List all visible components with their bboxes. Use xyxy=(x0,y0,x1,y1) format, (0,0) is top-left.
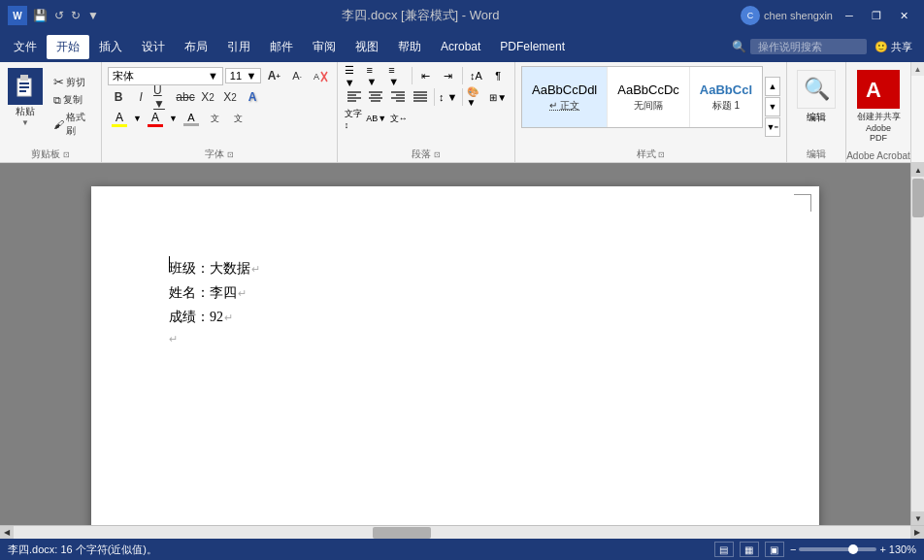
menu-layout[interactable]: 布局 xyxy=(175,35,217,59)
multilevel-list-button[interactable]: ≡ ▼ xyxy=(387,66,409,85)
italic-button[interactable]: I xyxy=(130,87,151,107)
font-color-button[interactable]: A xyxy=(144,111,167,127)
font-name-dropdown[interactable]: 宋体 ▼ xyxy=(108,67,223,85)
paste-dropdown[interactable]: ▼ xyxy=(21,118,29,127)
column-select-button[interactable]: AB▼ xyxy=(366,109,387,128)
style-no-space[interactable]: AaBbCcDc 无间隔 xyxy=(608,67,690,127)
scroll-down-button[interactable]: ▼ xyxy=(911,511,924,525)
show-marks-button[interactable]: ¶ xyxy=(487,66,509,85)
subscript-button[interactable]: X2 xyxy=(197,87,218,107)
bullet-list-button[interactable]: ☰ ▼ xyxy=(344,66,365,85)
create-pdf-button[interactable]: A 创建并共享Adobe PDF xyxy=(852,66,905,147)
quick-access-dropdown[interactable]: ▼ xyxy=(85,7,101,24)
title-bar: W 💾 ↺ ↻ ▼ 李四.docx [兼容模式] - Word C chen s… xyxy=(0,0,924,31)
ribbon-scroll-up[interactable]: ▲ xyxy=(911,62,925,76)
align-left-button[interactable] xyxy=(344,87,365,107)
font-color-dropdown[interactable]: ▼ xyxy=(169,114,178,123)
menu-review[interactable]: 审阅 xyxy=(303,35,346,59)
line-spacing-button[interactable]: ↕ ▼ xyxy=(438,87,459,107)
font-shrink-button[interactable]: A- xyxy=(286,66,308,85)
phonetic-guide-button[interactable]: 文 xyxy=(205,109,226,128)
char-spacing-button[interactable]: A xyxy=(180,112,203,126)
doc-line-3-text: 成绩：92 xyxy=(169,305,223,329)
doc-info: 李四.docx: 16 个字符(近似值)。 xyxy=(8,543,157,557)
menu-pdfelement[interactable]: PDFelement xyxy=(490,36,575,57)
status-bar: 李四.docx: 16 个字符(近似值)。 ▤ ▦ ▣ − + 130% xyxy=(0,539,924,560)
find-replace-button[interactable]: 🔍 编辑 xyxy=(793,66,840,128)
underline-button[interactable]: U ▼ xyxy=(152,87,174,107)
restore-button[interactable]: ❐ xyxy=(864,6,889,25)
styles-scroll-down[interactable]: ▼ xyxy=(765,97,780,116)
web-view-button[interactable]: ▦ xyxy=(740,542,759,557)
font-size-dropdown[interactable]: 11 ▼ xyxy=(225,68,262,83)
cut-button[interactable]: ✂ 剪切 xyxy=(50,74,97,90)
clear-format-button[interactable]: A xyxy=(310,66,331,85)
sort-button[interactable]: ↕A xyxy=(466,66,487,85)
zoom-plus-button[interactable]: + xyxy=(879,544,885,555)
highlight-button[interactable]: A xyxy=(108,111,131,127)
svg-rect-2 xyxy=(19,82,29,84)
align-right-button[interactable] xyxy=(387,87,409,107)
strikethrough-button[interactable]: abc xyxy=(175,87,196,107)
doc-scroll-area[interactable]: 班级：大数据↵ 姓名：李四↵ 成绩：92↵ ↵ xyxy=(0,163,910,525)
scroll-up-button[interactable]: ▲ xyxy=(911,163,924,177)
font-grow-button[interactable]: A+ xyxy=(263,66,284,85)
align-center-button[interactable] xyxy=(366,87,387,107)
clipboard-small-buttons: ✂ 剪切 ⧉ 复制 🖌 格式刷 xyxy=(50,66,97,147)
print-layout-view-button[interactable]: ▤ xyxy=(714,542,734,557)
menu-design[interactable]: 设计 xyxy=(132,35,175,59)
shading-button[interactable]: 🎨▼ xyxy=(466,87,487,107)
clipboard-group: 粘贴 ▼ ✂ 剪切 ⧉ 复制 🖌 格式刷 xyxy=(0,62,102,162)
zoom-slider[interactable] xyxy=(799,547,876,551)
menu-view[interactable]: 视图 xyxy=(346,35,388,59)
zoom-control: − + 130% xyxy=(790,544,916,555)
save-button[interactable]: 💾 xyxy=(31,7,50,24)
chinese-layout-button[interactable]: 文字↕ xyxy=(344,109,365,128)
enclosed-char-button[interactable]: 文 xyxy=(228,109,249,128)
menu-acrobat[interactable]: Acrobat xyxy=(431,36,490,57)
paragraph-group-label: 段落 ⊡ xyxy=(338,148,514,161)
superscript-button[interactable]: X2 xyxy=(219,87,241,107)
paste-button[interactable]: 粘贴 ▼ xyxy=(4,66,47,147)
text-direction-button[interactable]: 文↔ xyxy=(388,109,410,128)
scroll-thumb[interactable] xyxy=(912,179,924,217)
share-button[interactable]: 🙂 共享 xyxy=(867,38,920,56)
zoom-minus-button[interactable]: − xyxy=(790,544,796,555)
highlight-dropdown[interactable]: ▼ xyxy=(133,114,142,123)
decrease-indent-button[interactable]: ⇤ xyxy=(415,66,437,85)
close-button[interactable]: ✕ xyxy=(891,6,916,25)
menu-file[interactable]: 文件 xyxy=(4,35,47,59)
search-input[interactable] xyxy=(750,39,867,54)
app-window: W 💾 ↺ ↻ ▼ 李四.docx [兼容模式] - Word C chen s… xyxy=(0,0,924,560)
menu-references[interactable]: 引用 xyxy=(217,35,260,59)
justify-button[interactable] xyxy=(410,87,431,107)
styles-more-button[interactable]: ▼━ xyxy=(765,117,780,137)
h-scroll-thumb[interactable] xyxy=(373,527,431,539)
doc-content[interactable]: 班级：大数据↵ 姓名：李四↵ 成绩：92↵ ↵ xyxy=(169,256,749,348)
increase-indent-button[interactable]: ⇥ xyxy=(438,66,459,85)
scroll-track[interactable] xyxy=(911,177,924,511)
line-break-1: ↵ xyxy=(251,260,260,280)
h-scroll-track[interactable] xyxy=(14,526,910,540)
menu-help[interactable]: 帮助 xyxy=(388,35,431,59)
redo-button[interactable]: ↻ xyxy=(69,7,82,24)
undo-button[interactable]: ↺ xyxy=(52,7,66,24)
minimize-button[interactable]: ─ xyxy=(837,6,862,25)
horizontal-scrollbar: ◀ ▶ xyxy=(0,525,924,539)
styles-scroll-up[interactable]: ▲ xyxy=(765,77,780,96)
menu-mailings[interactable]: 邮件 xyxy=(260,35,303,59)
style-heading1[interactable]: AaBbCcl 标题 1 xyxy=(690,67,762,127)
menu-home[interactable]: 开始 xyxy=(47,35,89,59)
borders-button[interactable]: ⊞▼ xyxy=(487,87,509,107)
scroll-left-button[interactable]: ◀ xyxy=(0,526,14,540)
font-row2: B I U ▼ abc X2 X2 A xyxy=(108,87,331,107)
copy-button[interactable]: ⧉ 复制 xyxy=(50,92,97,108)
scroll-right-button[interactable]: ▶ xyxy=(910,526,924,540)
read-view-button[interactable]: ▣ xyxy=(765,542,784,557)
format-painter-button[interactable]: 🖌 格式刷 xyxy=(50,110,97,139)
menu-insert[interactable]: 插入 xyxy=(89,35,132,59)
bold-button[interactable]: B xyxy=(108,87,129,107)
numbered-list-button[interactable]: ≡ ▼ xyxy=(366,66,387,85)
style-normal[interactable]: AaBbCcDdl ↵ 正文 xyxy=(522,67,608,127)
text-effect-button[interactable]: A xyxy=(242,87,263,107)
